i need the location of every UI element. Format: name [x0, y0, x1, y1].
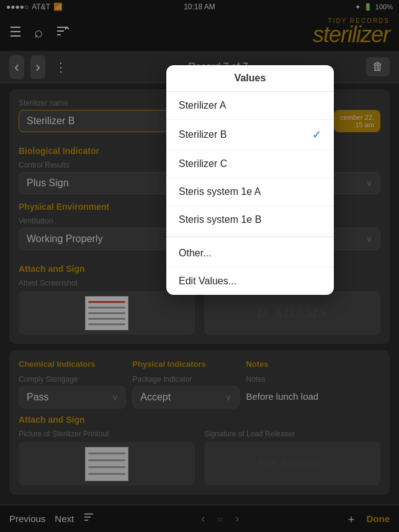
- dropdown-divider: [166, 237, 334, 237]
- dropdown-title: Values: [166, 65, 334, 92]
- dropdown-item-sterilizer-b[interactable]: Sterilizer B ✓: [166, 120, 334, 150]
- dropdown-item-sterilizer-a[interactable]: Sterilizer A: [166, 92, 334, 120]
- dropdown-item-sterilizer-c[interactable]: Sterilizer C: [166, 150, 334, 178]
- dropdown-item-steris-a[interactable]: Steris system 1e A: [166, 178, 334, 206]
- dropdown-other-option[interactable]: Other...: [166, 240, 334, 268]
- check-icon: ✓: [312, 128, 321, 142]
- values-dropdown: Values Sterilizer A Sterilizer B ✓ Steri…: [166, 65, 334, 295]
- dropdown-item-steris-b[interactable]: Steris system 1e B: [166, 206, 334, 234]
- dropdown-edit-values[interactable]: Edit Values...: [166, 268, 334, 295]
